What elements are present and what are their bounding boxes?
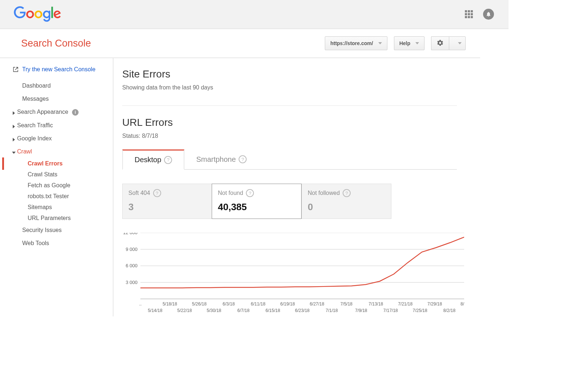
metric-value: 0: [308, 201, 385, 213]
sidebar-group[interactable]: Search Appearance i: [0, 105, 113, 119]
metric-label: Not followed?: [308, 189, 385, 197]
tab-smartphone[interactable]: Smartphone?: [184, 149, 258, 169]
metric-value: 40,385: [218, 201, 295, 213]
chevron-down-icon: [458, 42, 462, 44]
svg-text:5/26/18: 5/26/18: [192, 301, 207, 307]
url-errors-status: Status: 8/7/18: [122, 133, 480, 139]
svg-text:6/15/18: 6/15/18: [266, 308, 280, 313]
svg-text:5/30/18: 5/30/18: [207, 308, 221, 313]
svg-text:8/...: 8/...: [461, 301, 464, 307]
content-area: Site Errors Showing data from the last 9…: [113, 58, 480, 316]
svg-text:7/13/18: 7/13/18: [368, 301, 383, 307]
svg-text:6/11/18: 6/11/18: [251, 301, 266, 307]
sidebar: Try the new Search Console DashboardMess…: [0, 58, 113, 316]
svg-text:7/17/18: 7/17/18: [383, 308, 398, 313]
svg-text:5/22/18: 5/22/18: [177, 308, 192, 313]
error-metrics: Soft 404?3Not found?40,385Not followed?0: [122, 184, 391, 219]
metric-card[interactable]: Not followed?0: [302, 184, 391, 219]
sidebar-group[interactable]: Search Traffic: [0, 119, 113, 132]
google-logo[interactable]: [14, 6, 61, 22]
info-icon: i: [72, 109, 79, 116]
device-tabs: Desktop?Smartphone?: [122, 149, 457, 170]
site-selector-value: https://store.com/: [330, 40, 373, 46]
sidebar-item[interactable]: Security Issues: [0, 224, 113, 237]
tab-desktop[interactable]: Desktop?: [122, 149, 184, 170]
external-link-icon: [13, 67, 19, 72]
sidebar-sub-item[interactable]: Fetch as Google: [0, 180, 113, 191]
product-title: Search Console: [21, 38, 91, 49]
sidebar-sub-item[interactable]: Crawl Errors: [0, 158, 113, 169]
sidebar-group[interactable]: Crawl: [0, 145, 113, 158]
sidebar-item[interactable]: Dashboard: [0, 79, 113, 92]
tab-label: Smartphone: [196, 155, 236, 164]
svg-text:7/5/18: 7/5/18: [340, 301, 353, 307]
help-icon: ?: [246, 189, 254, 197]
sidebar-group[interactable]: Google Index: [0, 132, 113, 145]
metric-card[interactable]: Not found?40,385: [212, 184, 302, 219]
help-icon: ?: [239, 155, 247, 163]
svg-text:6/27/18: 6/27/18: [310, 301, 324, 307]
sidebar-sub-item[interactable]: URL Parameters: [0, 213, 113, 224]
chevron-down-icon: [415, 42, 419, 44]
divider: [122, 105, 457, 106]
apps-icon[interactable]: [465, 10, 473, 18]
try-new-link[interactable]: Try the new Search Console: [0, 65, 113, 79]
site-errors-heading: Site Errors: [122, 68, 480, 80]
sidebar-item[interactable]: Web Tools: [0, 237, 113, 250]
svg-text:7/1/18: 7/1/18: [326, 308, 338, 313]
metric-value: 3: [128, 201, 206, 213]
help-label: Help: [399, 40, 410, 46]
svg-text:5/18/18: 5/18/18: [163, 301, 177, 307]
svg-text:3 000: 3 000: [125, 280, 137, 285]
svg-text:9 000: 9 000: [125, 247, 137, 252]
sidebar-sub-item[interactable]: Crawl Stats: [0, 169, 113, 180]
help-button[interactable]: Help: [394, 36, 424, 50]
try-new-label: Try the new Search Console: [22, 66, 95, 73]
metric-card[interactable]: Soft 404?3: [122, 184, 212, 219]
sidebar-item[interactable]: Messages: [0, 92, 113, 105]
gear-icon: [436, 39, 444, 48]
svg-text:6/7/18: 6/7/18: [237, 308, 250, 313]
metric-label: Not found?: [218, 189, 295, 197]
notifications-icon[interactable]: [483, 9, 494, 20]
svg-text:6/23/18: 6/23/18: [295, 308, 310, 313]
svg-text:12 000: 12 000: [123, 233, 137, 235]
svg-text:7/9/18: 7/9/18: [355, 308, 367, 313]
site-selector-button[interactable]: https://store.com/: [325, 36, 387, 50]
sidebar-sub-item[interactable]: Sitemaps: [0, 202, 113, 213]
svg-text:..: ..: [139, 301, 142, 307]
svg-text:7/21/18: 7/21/18: [398, 301, 412, 307]
site-errors-subtitle: Showing data from the last 90 days: [122, 84, 480, 91]
errors-chart: 3 0006 0009 00012 000..5/18/185/26/186/3…: [122, 233, 464, 316]
svg-text:7/29/18: 7/29/18: [427, 301, 442, 307]
url-errors-heading: URL Errors: [122, 117, 480, 128]
tab-label: Desktop: [135, 156, 161, 164]
google-top-bar: [0, 0, 509, 29]
help-icon: ?: [153, 189, 161, 197]
help-icon: ?: [343, 189, 351, 197]
svg-text:5/14/18: 5/14/18: [148, 308, 162, 313]
svg-text:6 000: 6 000: [125, 263, 137, 268]
settings-button[interactable]: [431, 36, 466, 50]
chevron-down-icon: [378, 42, 382, 44]
sidebar-sub-item[interactable]: robots.txt Tester: [0, 191, 113, 202]
help-icon: ?: [164, 156, 172, 164]
metric-label: Soft 404?: [128, 189, 206, 197]
svg-text:8/2/18: 8/2/18: [443, 308, 456, 313]
app-toolbar: Search Console https://store.com/ Help: [0, 29, 480, 58]
svg-text:7/25/18: 7/25/18: [413, 308, 427, 313]
svg-text:6/19/18: 6/19/18: [280, 301, 295, 307]
svg-text:6/3/18: 6/3/18: [223, 301, 235, 307]
